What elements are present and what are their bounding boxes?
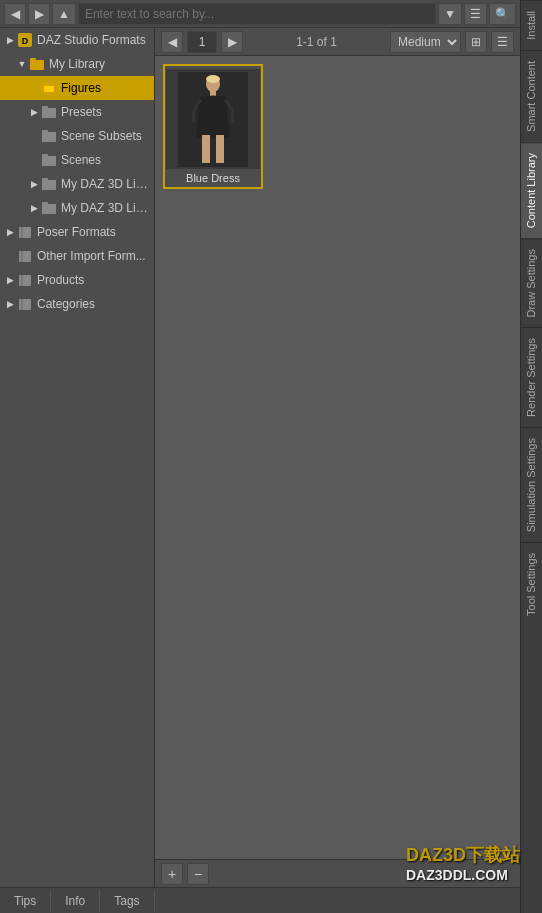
sidebar-item-my-library[interactable]: ▼My Library	[0, 52, 154, 76]
middle-section: ▶DDAZ Studio Formats▼My LibraryFigures▶P…	[0, 28, 520, 887]
svg-rect-21	[19, 275, 31, 286]
tree-arrow: ▶	[28, 107, 40, 117]
item-thumbnail	[166, 69, 260, 169]
sidebar-item-my-daz-3d-lib-2[interactable]: ▶My DAZ 3D Libr...	[0, 196, 154, 220]
search-bar: ◀ ▶ ▲ ▼ ☰ 🔍	[0, 0, 520, 28]
svg-rect-15	[42, 204, 56, 214]
svg-rect-14	[42, 178, 48, 181]
tree-icon-my-daz-3d-lib-1	[40, 175, 58, 193]
right-tab-content-library[interactable]: Content Library	[521, 142, 542, 238]
tree-icon-my-daz-3d-lib-2	[40, 199, 58, 217]
tree-icon-categories	[16, 295, 34, 313]
tree-icon-presets	[40, 103, 58, 121]
sidebar-item-other-import-formats[interactable]: Other Import Form...	[0, 244, 154, 268]
svg-rect-16	[42, 202, 48, 205]
tree-icon-my-library	[28, 55, 46, 73]
svg-point-30	[206, 75, 220, 83]
tree-icon-scene-subsets	[40, 127, 58, 145]
sidebar-item-scene-subsets[interactable]: Scene Subsets	[0, 124, 154, 148]
item-label: Blue Dress	[186, 172, 240, 184]
tree-icon-other-import-formats	[16, 247, 34, 265]
search-menu-button[interactable]: ☰	[464, 3, 487, 25]
sidebar-item-presets[interactable]: ▶Presets	[0, 100, 154, 124]
svg-rect-27	[210, 91, 216, 96]
content-back-button[interactable]: ◀	[161, 31, 183, 53]
svg-rect-10	[42, 130, 48, 133]
sidebar-item-my-daz-3d-lib-1[interactable]: ▶My DAZ 3D Libr...	[0, 172, 154, 196]
sidebar: ▶DDAZ Studio Formats▼My LibraryFigures▶P…	[0, 28, 155, 887]
tree-icon-products	[16, 271, 34, 289]
content-forward-button[interactable]: ▶	[221, 31, 243, 53]
content-item-blue-dress[interactable]: Blue Dress	[163, 64, 263, 189]
right-tab-render-settings[interactable]: Render Settings	[521, 327, 542, 427]
tree-label: Products	[37, 273, 84, 287]
tree-label: Figures	[61, 81, 101, 95]
sidebar-item-poser-formats[interactable]: ▶Poser Formats	[0, 220, 154, 244]
add-button[interactable]: +	[161, 863, 183, 885]
list-view-button[interactable]: ☰	[491, 31, 514, 53]
tree-icon-figures	[40, 79, 58, 97]
tree-icon-daz-studio-formats: D	[16, 31, 34, 49]
page-number-input[interactable]	[187, 31, 217, 53]
tree-label: DAZ Studio Formats	[37, 33, 146, 47]
tree-icon-scenes	[40, 151, 58, 169]
tree-arrow: ▶	[28, 179, 40, 189]
svg-rect-23	[19, 299, 31, 310]
forward-button[interactable]: ▶	[28, 3, 50, 25]
content-bottom-bar: + −	[155, 859, 520, 887]
svg-rect-19	[19, 251, 31, 262]
svg-rect-2	[30, 60, 44, 70]
bottom-tab-info[interactable]: Info	[51, 890, 100, 912]
sidebar-item-figures[interactable]: Figures	[0, 76, 154, 100]
tree-label: My DAZ 3D Libr...	[61, 201, 150, 215]
tree-arrow: ▶	[4, 275, 16, 285]
tree-label: Scenes	[61, 153, 101, 167]
svg-rect-17	[19, 227, 31, 238]
tree-arrow: ▶	[4, 35, 16, 45]
content-area: ◀ ▶ 1-1 of 1 Medium Small Large ⊞ ☰ Blue…	[155, 28, 520, 887]
content-grid: Blue Dress	[155, 56, 520, 859]
bottom-tab-tips[interactable]: Tips	[0, 890, 51, 912]
right-tab-smart-content[interactable]: Smart Content	[521, 50, 542, 142]
svg-rect-11	[42, 156, 56, 166]
search-input[interactable]	[78, 3, 436, 25]
right-panel: InstallSmart ContentContent LibraryDraw …	[520, 0, 542, 913]
up-button[interactable]: ▲	[52, 3, 76, 25]
svg-rect-28	[202, 135, 210, 163]
svg-text:D: D	[22, 36, 29, 46]
svg-rect-8	[42, 106, 48, 109]
bottom-tabs: TipsInfoTags	[0, 887, 520, 913]
svg-rect-13	[42, 180, 56, 190]
remove-button[interactable]: −	[187, 863, 209, 885]
tree-arrow: ▼	[16, 59, 28, 69]
view-size-select[interactable]: Medium Small Large	[390, 31, 461, 53]
svg-rect-3	[30, 58, 36, 61]
search-dropdown-button[interactable]: ▼	[438, 3, 462, 25]
content-toolbar: ◀ ▶ 1-1 of 1 Medium Small Large ⊞ ☰	[155, 28, 520, 56]
svg-rect-7	[42, 108, 56, 118]
right-tab-tool-settings[interactable]: Tool Settings	[521, 542, 542, 626]
grid-view-button[interactable]: ⊞	[465, 31, 487, 53]
tree-label: My DAZ 3D Libr...	[61, 177, 150, 191]
back-button[interactable]: ◀	[4, 3, 26, 25]
sidebar-item-products[interactable]: ▶Products	[0, 268, 154, 292]
search-icon-button[interactable]: 🔍	[489, 3, 516, 25]
sidebar-item-categories[interactable]: ▶Categories	[0, 292, 154, 316]
page-info: 1-1 of 1	[247, 35, 386, 49]
right-tab-draw-settings[interactable]: Draw Settings	[521, 238, 542, 327]
tree-label: Categories	[37, 297, 95, 311]
right-tab-simulation-settings[interactable]: Simulation Settings	[521, 427, 542, 542]
tree-arrow: ▶	[28, 203, 40, 213]
right-tab-install[interactable]: Install	[521, 0, 542, 50]
svg-rect-6	[44, 86, 54, 92]
tree-arrow: ▶	[4, 299, 16, 309]
tree-label: Presets	[61, 105, 102, 119]
tree-label: Other Import Form...	[37, 249, 146, 263]
bottom-tab-tags[interactable]: Tags	[100, 890, 154, 912]
sidebar-item-daz-studio-formats[interactable]: ▶DDAZ Studio Formats	[0, 28, 154, 52]
svg-rect-29	[216, 135, 224, 163]
sidebar-item-scenes[interactable]: Scenes	[0, 148, 154, 172]
tree-arrow: ▶	[4, 227, 16, 237]
tree-icon-poser-formats	[16, 223, 34, 241]
svg-rect-12	[42, 154, 48, 157]
